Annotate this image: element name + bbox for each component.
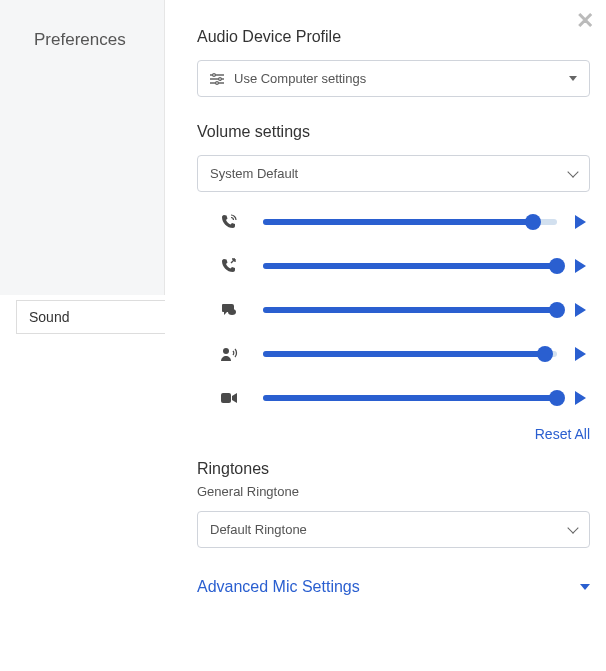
volume-slider-person[interactable] (263, 346, 557, 362)
volume-title: Volume settings (197, 123, 590, 141)
audio-profile-dropdown[interactable]: Use Computer settings (197, 60, 590, 97)
volume-device-dropdown[interactable]: System Default (197, 155, 590, 192)
svg-point-3 (228, 309, 236, 315)
svg-point-1 (219, 77, 222, 80)
audio-profile-title: Audio Device Profile (197, 28, 590, 46)
svg-point-2 (216, 81, 219, 84)
chevron-down-icon (567, 522, 578, 533)
ringtone-dropdown[interactable]: Default Ringtone (197, 511, 590, 548)
play-button-person[interactable] (575, 347, 586, 361)
play-button-incoming[interactable] (575, 215, 586, 229)
play-button-video[interactable] (575, 391, 586, 405)
volume-row-person (213, 332, 586, 376)
volume-slider-incoming[interactable] (263, 214, 557, 230)
sidebar-item-label: Sound (29, 309, 69, 325)
caret-down-icon (580, 584, 590, 590)
volume-row-outgoing (213, 244, 586, 288)
play-button-outgoing[interactable] (575, 259, 586, 273)
svg-rect-5 (221, 393, 231, 403)
volume-slider-outgoing[interactable] (263, 258, 557, 274)
svg-point-4 (223, 348, 229, 354)
advanced-mic-toggle[interactable]: Advanced Mic Settings (197, 578, 590, 596)
phone-incoming-icon (213, 214, 245, 230)
volume-row-incoming (213, 200, 586, 244)
advanced-mic-label: Advanced Mic Settings (197, 578, 360, 596)
person-speak-icon (213, 346, 245, 362)
volume-row-chat (213, 288, 586, 332)
svg-point-0 (213, 73, 216, 76)
volume-row-video (213, 376, 586, 420)
ringtones-title: Ringtones (197, 460, 590, 478)
sidebar: Preferences (0, 0, 165, 295)
sliders-icon (210, 73, 224, 85)
main-panel: Audio Device Profile Use Computer settin… (165, 0, 606, 671)
volume-rows (197, 200, 590, 420)
reset-all-link[interactable]: Reset All (197, 426, 590, 442)
play-button-chat[interactable] (575, 303, 586, 317)
volume-slider-chat[interactable] (263, 302, 557, 318)
sidebar-lower-bg (0, 295, 165, 671)
audio-profile-value: Use Computer settings (234, 71, 366, 86)
phone-outgoing-icon (213, 258, 245, 274)
close-icon[interactable]: ✕ (576, 8, 594, 34)
sidebar-title: Preferences (0, 30, 164, 50)
chat-icon (213, 302, 245, 318)
video-icon (213, 392, 245, 404)
ringtones-subtitle: General Ringtone (197, 484, 590, 499)
volume-device-value: System Default (210, 166, 298, 181)
caret-down-icon (569, 76, 577, 81)
volume-slider-video[interactable] (263, 390, 557, 406)
chevron-down-icon (567, 166, 578, 177)
sidebar-item-sound[interactable]: Sound (16, 300, 165, 334)
ringtone-value: Default Ringtone (210, 522, 307, 537)
